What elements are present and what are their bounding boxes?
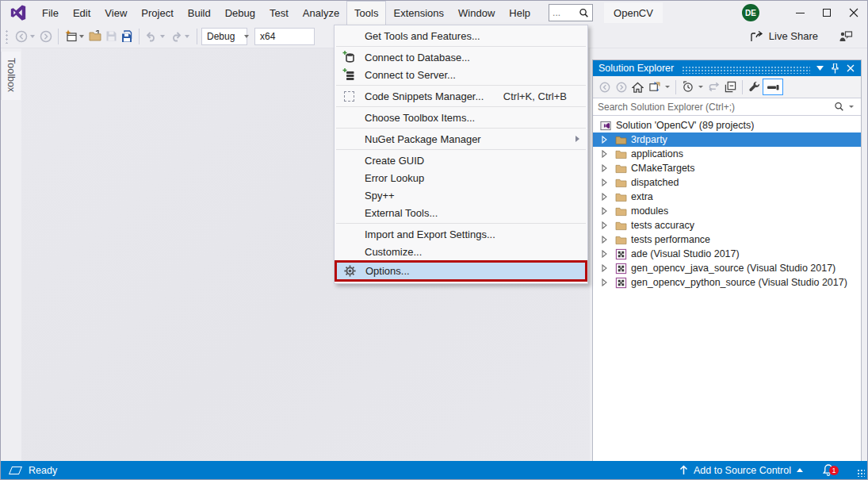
solution-platform-dropdown[interactable]: x64 — [254, 28, 315, 45]
tree-item-tests-accuracy[interactable]: tests accuracy — [593, 218, 861, 232]
tree-item-dispatched[interactable]: dispatched — [593, 175, 861, 190]
menu-item-import-and-export-settings[interactable]: Import and Export Settings... — [335, 225, 587, 243]
tree-item-tests-performance[interactable]: tests performance — [593, 232, 861, 247]
save-all-button[interactable] — [119, 28, 135, 45]
switch-views-button[interactable] — [646, 79, 663, 95]
close-button[interactable] — [840, 1, 867, 25]
minimize-button[interactable] — [786, 1, 813, 25]
search-icon[interactable] — [834, 102, 844, 112]
tree-item-extra[interactable]: extra — [593, 190, 861, 204]
expand-chevron-icon[interactable] — [602, 250, 610, 258]
toolbox-tab[interactable]: Toolbox — [1, 52, 21, 100]
background-tasks-icon[interactable] — [9, 467, 22, 474]
new-project-button[interactable] — [63, 28, 78, 45]
menu-help[interactable]: Help — [502, 1, 537, 25]
redo-button[interactable] — [168, 28, 184, 45]
menu-build[interactable]: Build — [181, 1, 218, 25]
menu-item-error-lookup[interactable]: Error Lookup — [335, 169, 587, 186]
save-button[interactable] — [103, 28, 119, 45]
menu-file[interactable]: File — [35, 1, 66, 25]
expand-chevron-icon[interactable] — [602, 278, 610, 286]
menu-analyze[interactable]: Analyze — [296, 1, 346, 25]
expand-chevron-icon[interactable] — [602, 207, 610, 215]
window-position-icon[interactable] — [816, 66, 824, 71]
open-file-button[interactable] — [87, 28, 103, 45]
tree-item-modules[interactable]: modules — [593, 204, 861, 218]
tree-item-3rdparty[interactable]: 3rdparty — [593, 132, 861, 147]
menu-edit[interactable]: Edit — [66, 1, 98, 25]
expand-chevron-icon[interactable] — [602, 236, 610, 244]
forward-button[interactable] — [613, 79, 629, 95]
undo-button[interactable] — [143, 28, 159, 45]
menu-item-connect-to-database[interactable]: Connect to Database... — [335, 48, 587, 66]
navigate-back-dropdown-icon[interactable] — [30, 35, 35, 38]
home-button[interactable] — [629, 79, 646, 95]
tree-item-gen-opencv-python-source[interactable]: gen_opencv_python_source (Visual Studio … — [593, 275, 861, 290]
tree-item-ade[interactable]: ade (Visual Studio 2017) — [593, 247, 861, 261]
properties-button[interactable] — [746, 79, 763, 95]
sync-with-active-document-button[interactable] — [705, 79, 722, 95]
feedback-button[interactable] — [839, 30, 853, 43]
switch-views-dropdown-icon[interactable] — [665, 86, 670, 88]
expand-chevron-icon[interactable] — [602, 164, 610, 172]
search-options-dropdown-icon[interactable] — [849, 106, 854, 108]
navigate-back-button[interactable] — [13, 28, 29, 45]
tree-item-solution[interactable]: Solution 'OpenCV' (89 projects) — [593, 118, 861, 132]
collapse-all-button[interactable] — [722, 79, 739, 95]
menu-item-code-snippets-manager[interactable]: Code Snippets Manager... Ctrl+K, Ctrl+B — [335, 87, 587, 105]
solution-explorer-titlebar[interactable]: Solution Explorer — [593, 60, 861, 76]
tree-item-applications[interactable]: applications — [593, 147, 861, 161]
menu-window[interactable]: Window — [451, 1, 502, 25]
menu-item-nuget-package-manager[interactable]: NuGet Package Manager — [335, 130, 587, 148]
menu-item-choose-toolbox-items[interactable]: Choose Toolbox Items... — [335, 109, 587, 126]
menu-test[interactable]: Test — [262, 1, 296, 25]
tree-item-gen-opencv-java-source[interactable]: gen_opencv_java_source (Visual Studio 20… — [593, 261, 861, 275]
close-icon[interactable] — [847, 64, 855, 72]
back-button[interactable] — [596, 79, 613, 95]
panel-drag-grip[interactable] — [682, 66, 810, 74]
pending-changes-filter-button[interactable] — [679, 79, 696, 95]
triangle-up-icon — [797, 468, 803, 472]
menu-debug[interactable]: Debug — [218, 1, 262, 25]
menu-extensions[interactable]: Extensions — [386, 1, 451, 25]
menu-item-options[interactable]: Options... — [335, 260, 587, 282]
solution-configuration-dropdown[interactable]: Debug — [201, 28, 247, 45]
toolbar-drag-grip[interactable] — [5, 29, 9, 44]
resize-grip[interactable] — [857, 469, 865, 477]
menu-item-external-tools[interactable]: External Tools... — [335, 204, 587, 221]
tools-dropdown-menu: Get Tools and Features... Connect to Dat… — [334, 25, 588, 284]
navigate-forward-button[interactable] — [38, 28, 54, 45]
expand-chevron-icon[interactable] — [602, 193, 610, 201]
expand-chevron-icon[interactable] — [602, 264, 610, 272]
home-icon — [632, 82, 644, 93]
expand-chevron-icon[interactable] — [602, 221, 610, 229]
menu-item-spy-plus-plus[interactable]: Spy++ — [335, 186, 587, 204]
tree-item-cmaketargets[interactable]: CMakeTargets — [593, 161, 861, 175]
user-avatar[interactable]: DE — [742, 4, 759, 21]
menu-separator — [336, 149, 586, 150]
menu-item-customize[interactable]: Customize... — [335, 243, 587, 260]
menu-item-create-guid[interactable]: Create GUID — [335, 152, 587, 169]
undo-dropdown-icon[interactable] — [160, 35, 165, 38]
pin-icon[interactable] — [832, 63, 839, 74]
redo-dropdown-icon[interactable] — [185, 35, 189, 38]
new-project-dropdown-icon[interactable] — [79, 35, 84, 38]
add-to-source-control-button[interactable]: Add to Source Control — [679, 465, 803, 476]
filter-dropdown-icon[interactable] — [698, 86, 703, 88]
expand-chevron-icon[interactable] — [602, 179, 610, 186]
menu-item-connect-to-server[interactable]: Connect to Server... — [335, 66, 587, 83]
maximize-button[interactable] — [813, 1, 840, 25]
expand-chevron-icon[interactable] — [602, 136, 610, 144]
live-share-button[interactable]: Live Share — [750, 30, 818, 43]
quick-launch-search[interactable]: ... — [549, 4, 593, 21]
expand-chevron-icon[interactable] — [602, 150, 610, 158]
visual-studio-logo-icon — [8, 4, 29, 21]
notifications-button[interactable]: 1 — [822, 463, 835, 477]
solution-explorer-search[interactable]: Search Solution Explorer (Ctrl+;) — [593, 98, 861, 116]
menu-view[interactable]: View — [98, 1, 134, 25]
preview-selected-items-toggle[interactable] — [763, 79, 783, 95]
menu-item-get-tools-and-features[interactable]: Get Tools and Features... — [335, 27, 587, 44]
menu-tools[interactable]: Tools — [346, 1, 386, 25]
folder-icon — [615, 178, 627, 188]
menu-project[interactable]: Project — [134, 1, 180, 25]
